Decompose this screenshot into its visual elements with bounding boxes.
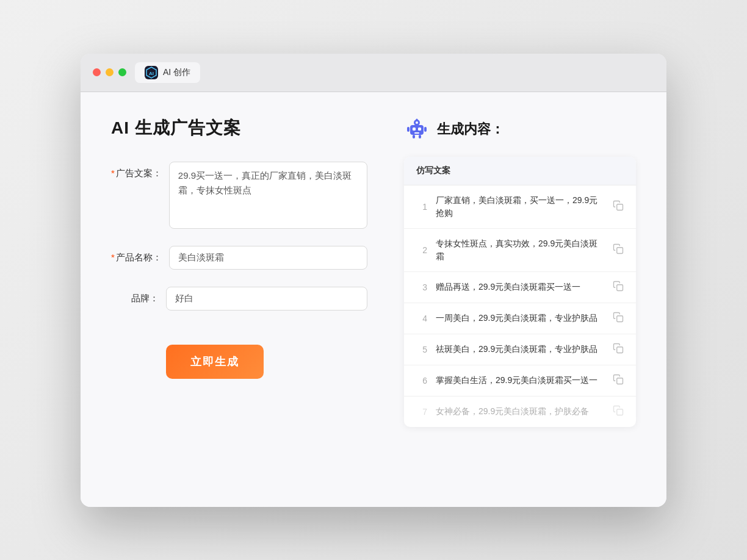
ad-copy-required: * (111, 168, 115, 178)
ad-copy-input[interactable] (169, 162, 367, 229)
result-row: 6掌握美白生活，29.9元美白淡斑霜买一送一 (404, 365, 636, 397)
product-input[interactable] (169, 246, 367, 270)
maximize-button[interactable] (118, 68, 126, 76)
result-table-header: 仿写文案 (404, 157, 636, 185)
browser-window: AI AI 创作 AI 生成广告文案 *广告文案： (81, 54, 666, 507)
brand-group: 品牌： (111, 287, 367, 311)
ad-copy-label: *广告文案： (111, 162, 169, 179)
svg-rect-9 (424, 127, 427, 132)
row-text: 祛斑美白，29.9元美白淡斑霜，专业护肤品 (436, 343, 604, 356)
svg-rect-16 (617, 315, 623, 321)
svg-rect-18 (617, 378, 623, 384)
row-number: 6 (416, 376, 427, 386)
svg-rect-8 (407, 127, 410, 132)
copy-icon[interactable] (613, 281, 624, 294)
result-row: 7女神必备，29.9元美白淡斑霜，护肤必备 (404, 397, 636, 427)
copy-icon[interactable] (613, 243, 624, 257)
copy-icon[interactable] (613, 200, 624, 214)
ai-icon-svg: AI (145, 66, 158, 79)
right-panel: 生成内容： 仿写文案 1厂家直销，美白淡斑霜，买一送一，29.9元抢购 2专抹女… (404, 117, 636, 427)
row-text: 女神必备，29.9元美白淡斑霜，护肤必备 (436, 405, 604, 418)
result-row: 1厂家直销，美白淡斑霜，买一送一，29.9元抢购 (404, 185, 636, 229)
svg-rect-5 (413, 127, 416, 131)
svg-rect-15 (617, 284, 623, 290)
svg-text:AI: AI (149, 71, 154, 76)
brand-input[interactable] (166, 287, 367, 311)
row-number: 3 (416, 282, 427, 292)
svg-point-3 (416, 121, 418, 124)
row-number: 1 (416, 202, 427, 212)
svg-rect-13 (617, 204, 623, 210)
row-text: 赠品再送，29.9元美白淡斑霜买一送一 (436, 281, 604, 293)
svg-rect-11 (419, 135, 421, 138)
row-number: 7 (416, 407, 427, 417)
row-number: 4 (416, 314, 427, 323)
row-text: 掌握美白生活，29.9元美白淡斑霜买一送一 (436, 374, 604, 387)
result-row: 5祛斑美白，29.9元美白淡斑霜，专业护肤品 (404, 334, 636, 365)
svg-rect-14 (617, 247, 623, 253)
ai-tab[interactable]: AI AI 创作 (135, 62, 200, 83)
result-row: 4一周美白，29.9元美白淡斑霜，专业护肤品 (404, 303, 636, 334)
result-rows-container: 1厂家直销，美白淡斑霜，买一送一，29.9元抢购 2专抹女性斑点，真实功效，29… (404, 185, 636, 427)
row-number: 2 (416, 245, 427, 255)
copy-icon[interactable] (613, 405, 624, 418)
svg-rect-17 (617, 346, 623, 353)
copy-icon[interactable] (613, 312, 624, 325)
close-button[interactable] (93, 68, 101, 76)
robot-icon (404, 117, 430, 142)
main-layout: AI 生成广告文案 *广告文案： *产品名称： 品 (111, 117, 636, 427)
svg-rect-6 (418, 127, 421, 131)
generate-button[interactable]: 立即生成 (166, 345, 264, 379)
traffic-lights (93, 68, 126, 76)
tab-label: AI 创作 (163, 67, 190, 78)
brand-label: 品牌： (111, 287, 166, 304)
result-table: 仿写文案 1厂家直销，美白淡斑霜，买一送一，29.9元抢购 2专抹女性斑点，真实… (404, 157, 636, 427)
browser-titlebar: AI AI 创作 (81, 54, 666, 92)
svg-point-12 (416, 118, 418, 120)
result-title: 生成内容： (437, 120, 504, 138)
result-row: 2专抹女性斑点，真实功效，29.9元美白淡斑霜 (404, 229, 636, 272)
product-required: * (111, 252, 115, 262)
left-panel: AI 生成广告文案 *广告文案： *产品名称： 品 (111, 117, 367, 427)
row-text: 一周美白，29.9元美白淡斑霜，专业护肤品 (436, 312, 604, 325)
product-group: *产品名称： (111, 246, 367, 270)
result-row: 3赠品再送，29.9元美白淡斑霜买一送一 (404, 272, 636, 303)
page-title: AI 生成广告文案 (111, 117, 367, 140)
svg-rect-7 (414, 132, 419, 134)
svg-rect-10 (413, 135, 415, 138)
svg-rect-19 (617, 409, 623, 415)
browser-content: AI 生成广告文案 *广告文案： *产品名称： 品 (81, 92, 666, 507)
row-text: 专抹女性斑点，真实功效，29.9元美白淡斑霜 (436, 237, 604, 263)
ad-copy-group: *广告文案： (111, 162, 367, 229)
copy-icon[interactable] (613, 374, 624, 387)
result-header: 生成内容： (404, 117, 636, 142)
row-number: 5 (416, 345, 427, 354)
product-label: *产品名称： (111, 246, 169, 264)
copy-icon[interactable] (613, 343, 624, 356)
minimize-button[interactable] (106, 68, 114, 76)
row-text: 厂家直销，美白淡斑霜，买一送一，29.9元抢购 (436, 194, 604, 220)
ai-tab-icon: AI (145, 66, 158, 79)
